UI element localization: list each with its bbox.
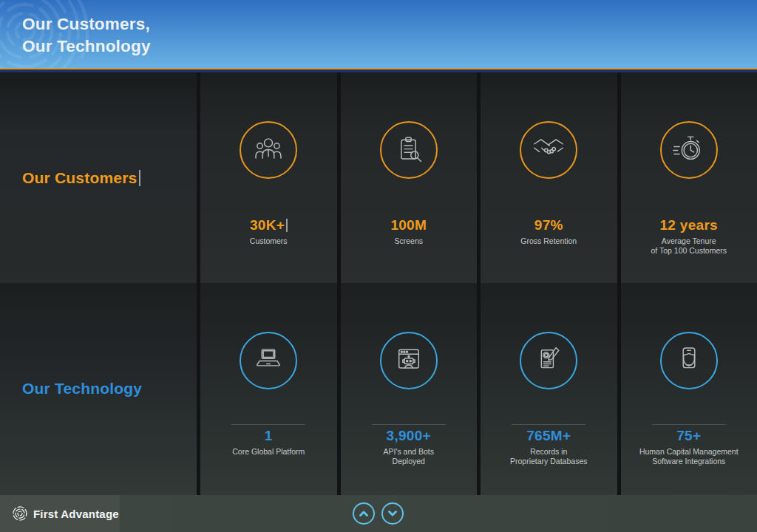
stat-card-integrations: 75+ Human Capital Management Software In… bbox=[621, 283, 757, 495]
stat-card-platform: 1 Core Global Platform bbox=[200, 283, 337, 495]
slide: Our Customers, Our Technology Our Custom… bbox=[0, 0, 757, 532]
people-group-icon bbox=[240, 121, 297, 179]
stat-card-screens: 100M Screens bbox=[341, 72, 478, 283]
fingerprint-logo-icon bbox=[12, 505, 28, 522]
handshake-icon bbox=[520, 121, 577, 179]
slide-navigation bbox=[353, 502, 404, 525]
stat-value: 12 years bbox=[660, 217, 718, 233]
nav-down-button[interactable] bbox=[381, 502, 404, 525]
text-cursor bbox=[139, 170, 140, 186]
customers-row-label: Our Customers bbox=[22, 169, 137, 186]
chevron-up-icon bbox=[358, 508, 370, 519]
stat-label: Screens bbox=[394, 236, 423, 246]
stat-label: API's and Bots Deployed bbox=[383, 447, 434, 466]
clipboard-search-icon bbox=[380, 121, 438, 179]
stat-value: 30K+ bbox=[250, 217, 285, 233]
stat-value: 100M bbox=[390, 217, 427, 233]
header-banner: Our Customers, Our Technology bbox=[0, 0, 757, 68]
stat-value: 75+ bbox=[676, 428, 701, 443]
nav-up-button[interactable] bbox=[353, 502, 375, 525]
stat-value: 765M+ bbox=[526, 428, 571, 443]
stat-card-apis: 3,900+ API's and Bots Deployed bbox=[341, 283, 478, 495]
document-pen-icon bbox=[520, 332, 577, 389]
laptop-icon bbox=[240, 332, 297, 389]
stat-value: 1 bbox=[265, 428, 273, 443]
text-cursor bbox=[286, 219, 288, 232]
footer-bar: First Advantage bbox=[0, 495, 757, 532]
stat-card-retention: 97% Gross Retention bbox=[481, 72, 617, 283]
technology-row: Our Technology 1 Core Global Platform bbox=[0, 283, 757, 495]
stat-value: 3,900+ bbox=[387, 428, 431, 443]
customers-row-label-col: Our Customers bbox=[0, 72, 197, 283]
page-title-line2: Our Technology bbox=[22, 35, 151, 58]
stat-label: Core Global Platform bbox=[232, 447, 305, 457]
company-logo-text: First Advantage bbox=[33, 508, 119, 520]
page-title-line1: Our Customers, bbox=[22, 13, 151, 35]
stat-label: Average Tenure of Top 100 Customers bbox=[651, 236, 727, 256]
stat-label: Customers bbox=[250, 236, 288, 246]
stat-label: Gross Retention bbox=[520, 236, 577, 246]
robot-window-icon bbox=[380, 332, 438, 389]
stat-value: 97% bbox=[534, 217, 563, 233]
technology-row-label: Our Technology bbox=[22, 380, 142, 397]
stat-card-tenure: 12 years Average Tenure of Top 100 Custo… bbox=[621, 72, 757, 283]
customers-row: Our Customers 30K+ Customers bbox=[0, 72, 757, 283]
stat-label: Human Capital Management Software Integr… bbox=[639, 447, 739, 466]
chevron-down-icon bbox=[387, 508, 398, 519]
stopwatch-icon bbox=[660, 121, 718, 179]
stat-label: Records in Proprietary Databases bbox=[510, 447, 587, 466]
company-logo: First Advantage bbox=[0, 495, 120, 532]
technology-row-label-col: Our Technology bbox=[0, 283, 197, 495]
phone-shield-icon bbox=[660, 332, 718, 389]
stat-card-customers: 30K+ Customers bbox=[200, 72, 337, 283]
stat-card-records: 765M+ Records in Proprietary Databases bbox=[481, 283, 617, 495]
page-title: Our Customers, Our Technology bbox=[22, 13, 151, 58]
